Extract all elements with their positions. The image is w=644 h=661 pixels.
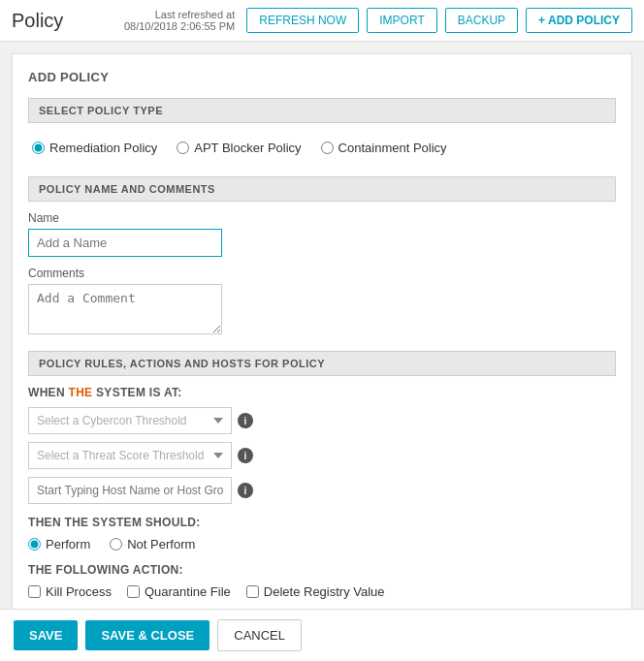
radio-not-perform-input[interactable] xyxy=(110,538,122,551)
radio-not-perform-label: Not Perform xyxy=(127,537,195,551)
policy-type-header: SELECT POLICY TYPE xyxy=(28,98,616,123)
backup-button[interactable]: BACKUP xyxy=(445,8,518,33)
when-label: WHEN THE SYSTEM IS AT: xyxy=(28,386,616,399)
comments-label: Comments xyxy=(28,267,616,280)
host-row: i xyxy=(28,477,616,504)
cancel-button[interactable]: CANCEL xyxy=(217,619,302,651)
comments-field-group: Comments xyxy=(28,267,616,337)
kill-process-label: Kill Process xyxy=(46,584,112,599)
when-highlight: THE xyxy=(69,386,93,399)
policy-type-radio-group: Remediation Policy APT Blocker Policy Co… xyxy=(28,133,616,163)
add-policy-card: ADD POLICY SELECT POLICY TYPE Remediatio… xyxy=(12,53,632,629)
delete-registry-label: Delete Registry Value xyxy=(264,584,385,599)
perform-radio-group: Perform Not Perform xyxy=(28,537,616,551)
then-label: THEN THE SYSTEM SHOULD: xyxy=(28,516,616,529)
refresh-now-button[interactable]: REFRESH NOW xyxy=(246,8,359,33)
cybercon-info-icon[interactable]: i xyxy=(238,413,253,428)
name-comments-section: POLICY NAME AND COMMENTS Name Comments xyxy=(28,176,616,337)
checkbox-quarantine-file[interactable]: Quarantine File xyxy=(127,584,231,599)
main-content: ADD POLICY SELECT POLICY TYPE Remediatio… xyxy=(0,42,644,641)
quarantine-file-label: Quarantine File xyxy=(145,584,231,599)
comments-input[interactable] xyxy=(28,284,222,334)
radio-apt-input[interactable] xyxy=(177,142,189,154)
radio-perform[interactable]: Perform xyxy=(28,537,90,551)
name-comments-header: POLICY NAME AND COMMENTS xyxy=(28,176,616,202)
last-refreshed: Last refreshed at 08/10/2018 2:06:55 PM xyxy=(124,9,235,32)
add-policy-button[interactable]: + ADD POLICY xyxy=(526,8,632,33)
radio-remediation[interactable]: Remediation Policy xyxy=(32,141,157,155)
host-input[interactable] xyxy=(28,477,232,504)
host-info-icon[interactable]: i xyxy=(238,483,253,498)
checkbox-quarantine-file-input[interactable] xyxy=(127,585,140,598)
radio-perform-input[interactable] xyxy=(28,538,41,551)
radio-perform-label: Perform xyxy=(46,537,90,551)
checkbox-kill-process[interactable]: Kill Process xyxy=(28,584,112,599)
radio-containment-label: Containment Policy xyxy=(338,141,447,155)
name-input[interactable] xyxy=(28,229,222,257)
actions-checkbox-group: Kill Process Quarantine File Delete Regi… xyxy=(28,584,616,599)
name-field-group: Name xyxy=(28,211,616,257)
following-label: THE FOLLOWING ACTION: xyxy=(28,563,616,577)
radio-apt-label: APT Blocker Policy xyxy=(194,141,301,155)
threat-info-icon[interactable]: i xyxy=(238,448,253,463)
cybercon-select[interactable]: Select a Cybercon Threshold xyxy=(28,407,232,434)
radio-remediation-input[interactable] xyxy=(32,142,45,154)
top-bar: Policy Last refreshed at 08/10/2018 2:06… xyxy=(0,0,644,42)
radio-containment[interactable]: Containment Policy xyxy=(321,141,447,155)
radio-remediation-label: Remediation Policy xyxy=(49,141,157,155)
name-label: Name xyxy=(28,211,616,225)
threat-score-row: Select a Threat Score Threshold i xyxy=(28,442,616,469)
policy-type-section: SELECT POLICY TYPE Remediation Policy AP… xyxy=(28,98,616,163)
page-title: Policy xyxy=(12,10,63,32)
bottom-bar: SAVE SAVE & CLOSE CANCEL xyxy=(0,609,644,661)
add-policy-title: ADD POLICY xyxy=(28,70,616,84)
checkbox-delete-registry-input[interactable] xyxy=(246,585,259,598)
radio-apt[interactable]: APT Blocker Policy xyxy=(177,141,301,155)
save-close-button[interactable]: SAVE & CLOSE xyxy=(85,620,209,650)
import-button[interactable]: IMPORT xyxy=(367,8,436,33)
checkbox-delete-registry[interactable]: Delete Registry Value xyxy=(246,584,385,599)
checkbox-kill-process-input[interactable] xyxy=(28,585,41,598)
threat-score-select[interactable]: Select a Threat Score Threshold xyxy=(28,442,232,469)
cybercon-row: Select a Cybercon Threshold i xyxy=(28,407,616,434)
top-bar-actions: Last refreshed at 08/10/2018 2:06:55 PM … xyxy=(124,8,632,33)
save-button[interactable]: SAVE xyxy=(14,620,78,650)
rules-section: POLICY RULES, ACTIONS AND HOSTS FOR POLI… xyxy=(28,351,616,599)
rules-header: POLICY RULES, ACTIONS AND HOSTS FOR POLI… xyxy=(28,351,616,376)
radio-not-perform[interactable]: Not Perform xyxy=(110,537,195,551)
radio-containment-input[interactable] xyxy=(321,142,334,154)
